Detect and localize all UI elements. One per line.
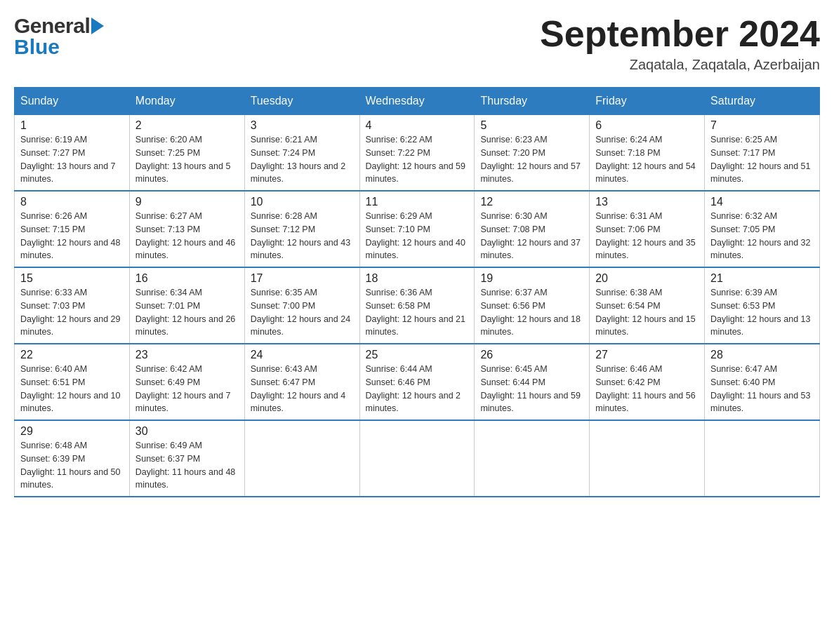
table-row <box>244 420 359 497</box>
table-row: 5Sunrise: 6:23 AMSunset: 7:20 PMDaylight… <box>475 115 590 192</box>
day-number: 15 <box>20 272 124 285</box>
day-number: 13 <box>595 196 699 208</box>
day-number: 29 <box>20 425 124 438</box>
day-number: 11 <box>366 196 469 208</box>
day-info: Sunrise: 6:28 AMSunset: 7:12 PMDaylight:… <box>251 210 354 262</box>
day-number: 4 <box>366 119 469 132</box>
col-monday: Monday <box>129 88 244 115</box>
table-row: 8Sunrise: 6:26 AMSunset: 7:15 PMDaylight… <box>15 191 130 267</box>
col-wednesday: Wednesday <box>359 88 475 115</box>
day-info: Sunrise: 6:36 AMSunset: 6:58 PMDaylight:… <box>366 286 469 339</box>
day-number: 24 <box>251 349 354 361</box>
table-row: 17Sunrise: 6:35 AMSunset: 7:00 PMDayligh… <box>244 267 359 344</box>
col-friday: Friday <box>590 88 705 115</box>
day-info: Sunrise: 6:26 AMSunset: 7:15 PMDaylight:… <box>20 210 124 262</box>
col-tuesday: Tuesday <box>244 88 359 115</box>
calendar-header-row: Sunday Monday Tuesday Wednesday Thursday… <box>15 88 820 115</box>
table-row: 4Sunrise: 6:22 AMSunset: 7:22 PMDaylight… <box>359 115 475 192</box>
table-row: 6Sunrise: 6:24 AMSunset: 7:18 PMDaylight… <box>590 115 705 192</box>
table-row: 12Sunrise: 6:30 AMSunset: 7:08 PMDayligh… <box>475 191 590 267</box>
table-row <box>475 420 590 497</box>
table-row: 11Sunrise: 6:29 AMSunset: 7:10 PMDayligh… <box>359 191 475 267</box>
day-number: 10 <box>251 196 354 208</box>
week-row-5: 29Sunrise: 6:48 AMSunset: 6:39 PMDayligh… <box>15 420 820 497</box>
day-number: 17 <box>251 272 354 285</box>
table-row <box>359 420 475 497</box>
table-row: 13Sunrise: 6:31 AMSunset: 7:06 PMDayligh… <box>590 191 705 267</box>
day-info: Sunrise: 6:34 AMSunset: 7:01 PMDaylight:… <box>135 286 239 339</box>
table-row: 27Sunrise: 6:46 AMSunset: 6:42 PMDayligh… <box>590 344 705 420</box>
week-row-4: 22Sunrise: 6:40 AMSunset: 6:51 PMDayligh… <box>15 344 820 420</box>
day-info: Sunrise: 6:43 AMSunset: 6:47 PMDaylight:… <box>251 363 354 415</box>
day-number: 7 <box>710 119 814 132</box>
day-info: Sunrise: 6:22 AMSunset: 7:22 PMDaylight:… <box>366 133 469 186</box>
day-number: 22 <box>20 349 124 361</box>
table-row <box>590 420 705 497</box>
day-number: 5 <box>480 119 583 132</box>
day-number: 12 <box>480 196 583 208</box>
table-row: 14Sunrise: 6:32 AMSunset: 7:05 PMDayligh… <box>705 191 820 267</box>
calendar-table: Sunday Monday Tuesday Wednesday Thursday… <box>14 87 820 497</box>
day-info: Sunrise: 6:24 AMSunset: 7:18 PMDaylight:… <box>595 133 699 186</box>
day-number: 30 <box>135 425 239 438</box>
day-info: Sunrise: 6:29 AMSunset: 7:10 PMDaylight:… <box>366 210 469 262</box>
day-number: 16 <box>135 272 239 285</box>
day-info: Sunrise: 6:42 AMSunset: 6:49 PMDaylight:… <box>135 363 239 415</box>
table-row: 25Sunrise: 6:44 AMSunset: 6:46 PMDayligh… <box>359 344 475 420</box>
day-info: Sunrise: 6:33 AMSunset: 7:03 PMDaylight:… <box>20 286 124 339</box>
day-info: Sunrise: 6:40 AMSunset: 6:51 PMDaylight:… <box>20 363 124 415</box>
day-number: 19 <box>480 272 583 285</box>
table-row: 15Sunrise: 6:33 AMSunset: 7:03 PMDayligh… <box>15 267 130 344</box>
day-info: Sunrise: 6:21 AMSunset: 7:24 PMDaylight:… <box>251 133 354 186</box>
table-row: 19Sunrise: 6:37 AMSunset: 6:56 PMDayligh… <box>475 267 590 344</box>
day-info: Sunrise: 6:27 AMSunset: 7:13 PMDaylight:… <box>135 210 239 262</box>
day-info: Sunrise: 6:39 AMSunset: 6:53 PMDaylight:… <box>710 286 814 339</box>
day-info: Sunrise: 6:46 AMSunset: 6:42 PMDaylight:… <box>595 363 699 415</box>
title-area: September 2024 Zaqatala, Zaqatala, Azerb… <box>540 14 820 73</box>
day-info: Sunrise: 6:31 AMSunset: 7:06 PMDaylight:… <box>595 210 699 262</box>
day-info: Sunrise: 6:45 AMSunset: 6:44 PMDaylight:… <box>480 363 583 415</box>
day-number: 8 <box>20 196 124 208</box>
table-row <box>705 420 820 497</box>
day-number: 1 <box>20 119 124 132</box>
day-info: Sunrise: 6:37 AMSunset: 6:56 PMDaylight:… <box>480 286 583 339</box>
table-row: 3Sunrise: 6:21 AMSunset: 7:24 PMDaylight… <box>244 115 359 192</box>
table-row: 9Sunrise: 6:27 AMSunset: 7:13 PMDaylight… <box>129 191 244 267</box>
day-number: 26 <box>480 349 583 361</box>
table-row: 24Sunrise: 6:43 AMSunset: 6:47 PMDayligh… <box>244 344 359 420</box>
day-info: Sunrise: 6:23 AMSunset: 7:20 PMDaylight:… <box>480 133 583 186</box>
logo-triangle-icon <box>91 18 104 34</box>
day-info: Sunrise: 6:25 AMSunset: 7:17 PMDaylight:… <box>710 133 814 186</box>
table-row: 16Sunrise: 6:34 AMSunset: 7:01 PMDayligh… <box>129 267 244 344</box>
table-row: 21Sunrise: 6:39 AMSunset: 6:53 PMDayligh… <box>705 267 820 344</box>
day-number: 2 <box>135 119 239 132</box>
table-row: 23Sunrise: 6:42 AMSunset: 6:49 PMDayligh… <box>129 344 244 420</box>
week-row-3: 15Sunrise: 6:33 AMSunset: 7:03 PMDayligh… <box>15 267 820 344</box>
day-info: Sunrise: 6:44 AMSunset: 6:46 PMDaylight:… <box>366 363 469 415</box>
day-number: 6 <box>595 119 699 132</box>
table-row: 29Sunrise: 6:48 AMSunset: 6:39 PMDayligh… <box>15 420 130 497</box>
week-row-2: 8Sunrise: 6:26 AMSunset: 7:15 PMDaylight… <box>15 191 820 267</box>
day-info: Sunrise: 6:38 AMSunset: 6:54 PMDaylight:… <box>595 286 699 339</box>
day-number: 18 <box>366 272 469 285</box>
day-number: 25 <box>366 349 469 361</box>
col-thursday: Thursday <box>475 88 590 115</box>
table-row: 10Sunrise: 6:28 AMSunset: 7:12 PMDayligh… <box>244 191 359 267</box>
table-row: 30Sunrise: 6:49 AMSunset: 6:37 PMDayligh… <box>129 420 244 497</box>
col-sunday: Sunday <box>15 88 130 115</box>
table-row: 20Sunrise: 6:38 AMSunset: 6:54 PMDayligh… <box>590 267 705 344</box>
day-number: 28 <box>710 349 814 361</box>
month-title: September 2024 <box>540 14 820 54</box>
day-info: Sunrise: 6:49 AMSunset: 6:37 PMDaylight:… <box>135 439 239 492</box>
day-info: Sunrise: 6:35 AMSunset: 7:00 PMDaylight:… <box>251 286 354 339</box>
day-number: 9 <box>135 196 239 208</box>
table-row: 2Sunrise: 6:20 AMSunset: 7:25 PMDaylight… <box>129 115 244 192</box>
day-info: Sunrise: 6:48 AMSunset: 6:39 PMDaylight:… <box>20 439 124 492</box>
day-info: Sunrise: 6:47 AMSunset: 6:40 PMDaylight:… <box>710 363 814 415</box>
day-number: 21 <box>710 272 814 285</box>
logo: General Blue <box>14 14 104 59</box>
table-row: 26Sunrise: 6:45 AMSunset: 6:44 PMDayligh… <box>475 344 590 420</box>
day-info: Sunrise: 6:20 AMSunset: 7:25 PMDaylight:… <box>135 133 239 186</box>
table-row: 18Sunrise: 6:36 AMSunset: 6:58 PMDayligh… <box>359 267 475 344</box>
page-header: General Blue September 2024 Zaqatala, Za… <box>14 14 820 73</box>
